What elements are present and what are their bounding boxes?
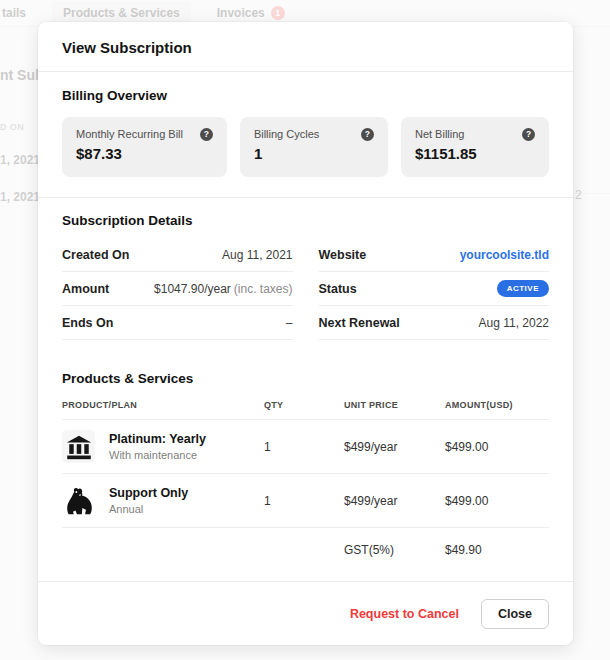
billing-cycles-card: Billing Cycles ? 1 [240, 117, 388, 177]
detail-value: $1047.90/year(inc. taxes) [154, 282, 292, 296]
product-qty: 1 [264, 494, 344, 508]
view-subscription-modal: View Subscription Billing Overview Month… [38, 22, 573, 645]
col-qty: QTY [264, 400, 344, 410]
details-left-column: Created On Aug 11, 2021 Amount $1047.90/… [62, 238, 293, 340]
billing-cards: Monthly Recurring Bill ? $87.33 Billing … [62, 117, 549, 177]
amount-tax-note: (inc. taxes) [234, 282, 293, 296]
modal-footer: Request to Cancel Close [38, 581, 573, 645]
detail-value: Aug 11, 2021 [222, 248, 293, 262]
detail-row-amount: Amount $1047.90/year(inc. taxes) [62, 272, 293, 306]
close-button[interactable]: Close [481, 599, 549, 629]
detail-row-created-on: Created On Aug 11, 2021 [62, 238, 293, 272]
product-subtitle: Annual [109, 503, 188, 515]
card-value: $1151.85 [415, 145, 535, 162]
card-value: $87.33 [76, 145, 213, 162]
detail-label: Created On [62, 248, 129, 262]
table-row: Support Only Annual 1 $499/year $499.00 [62, 474, 549, 528]
modal-title: View Subscription [38, 22, 573, 72]
subscription-details-section: Subscription Details Created On Aug 11, … [38, 198, 573, 357]
products-services-section: Products & Services PRODUCT/PLAN QTY UNI… [38, 357, 573, 581]
card-label: Net Billing [415, 128, 465, 140]
net-billing-card: Net Billing ? $1151.85 [401, 117, 549, 177]
website-link[interactable]: yourcoolsite.tld [460, 248, 549, 262]
billing-overview-section: Billing Overview Monthly Recurring Bill … [38, 72, 573, 197]
gorilla-icon [62, 484, 95, 517]
detail-row-status: Status ACTIVE [319, 272, 550, 306]
detail-label: Status [319, 282, 357, 296]
col-unit-price: UNIT PRICE [344, 400, 445, 410]
products-services-heading: Products & Services [62, 371, 549, 386]
detail-value: Aug 11, 2022 [478, 316, 549, 330]
card-label: Billing Cycles [254, 128, 319, 140]
status-badge: ACTIVE [497, 280, 549, 297]
product-amount: $499.00 [445, 494, 549, 508]
product-unit-price: $499/year [344, 494, 445, 508]
card-label: Monthly Recurring Bill [76, 128, 183, 140]
request-to-cancel-link[interactable]: Request to Cancel [350, 607, 459, 621]
subscription-details-heading: Subscription Details [62, 213, 549, 228]
detail-label: Amount [62, 282, 109, 296]
detail-row-next-renewal: Next Renewal Aug 11, 2022 [319, 306, 550, 340]
products-table-header: PRODUCT/PLAN QTY UNIT PRICE AMOUNT(USD) [62, 398, 549, 420]
details-right-column: Website yourcoolsite.tld Status ACTIVE N… [319, 238, 550, 340]
product-unit-price: $499/year [344, 440, 445, 454]
help-icon[interactable]: ? [522, 128, 535, 141]
card-value: 1 [254, 145, 374, 162]
monthly-recurring-bill-card: Monthly Recurring Bill ? $87.33 [62, 117, 227, 177]
tax-label: GST(5%) [344, 543, 445, 557]
detail-label: Next Renewal [319, 316, 400, 330]
table-row: Platinum: Yearly With maintenance 1 $499… [62, 420, 549, 474]
product-title: Support Only [109, 486, 188, 500]
bank-icon [62, 430, 95, 463]
help-icon[interactable]: ? [200, 128, 213, 141]
product-amount: $499.00 [445, 440, 549, 454]
tax-amount: $49.90 [445, 543, 549, 557]
tax-row: GST(5%) $49.90 [62, 528, 549, 581]
detail-label: Ends On [62, 316, 113, 330]
help-icon[interactable]: ? [361, 128, 374, 141]
col-product-plan: PRODUCT/PLAN [62, 400, 264, 410]
product-qty: 1 [264, 440, 344, 454]
detail-row-website: Website yourcoolsite.tld [319, 238, 550, 272]
detail-label: Website [319, 248, 367, 262]
product-title: Platinum: Yearly [109, 432, 206, 446]
detail-value: – [286, 316, 293, 330]
billing-overview-heading: Billing Overview [62, 88, 549, 103]
detail-row-ends-on: Ends On – [62, 306, 293, 340]
col-amount-usd: AMOUNT(USD) [445, 400, 549, 410]
product-subtitle: With maintenance [109, 449, 206, 461]
